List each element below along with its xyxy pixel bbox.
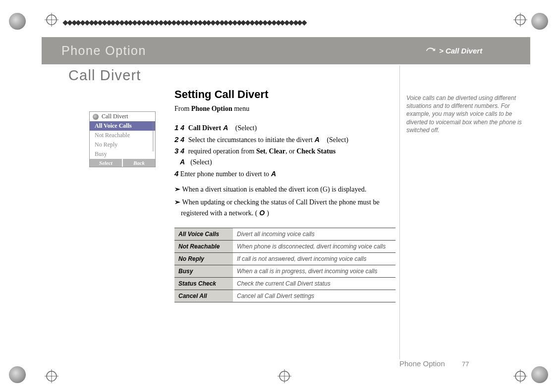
registration-mark: [531, 13, 548, 30]
table-key: Busy: [174, 265, 233, 277]
section-title: Phone Option: [42, 44, 146, 58]
side-note: Voice calls can be diverted using differ…: [406, 94, 524, 134]
crop-mark: [45, 369, 58, 383]
phone-screenshot-item: No Reply: [90, 140, 155, 149]
table-value: Cancel all Call Divert settings: [233, 290, 395, 302]
phone-screenshot-item: Not Reachable: [90, 131, 155, 140]
table-row: No ReplyIf call is not answered, divert …: [174, 252, 395, 265]
table-row: All Voice CallsDivert all incoming voice…: [174, 228, 395, 240]
note-2: ➣ When updating or checking the status o…: [174, 197, 395, 218]
header-band: Phone Option > Call Divert: [0, 37, 559, 64]
phone-screenshot-item-selected: All Voice Calls: [90, 121, 155, 131]
crop-mark: [278, 369, 291, 383]
step-1: 14 Call DivertA (Select): [174, 122, 395, 134]
table-key: Status Check: [174, 277, 233, 290]
crop-mark: [513, 369, 527, 383]
phone-screenshot-scrollbar: [152, 122, 154, 151]
footer: Phone Option 77: [399, 359, 528, 368]
page-title: Call Divert: [68, 67, 141, 84]
table-value: Check the current Call Divert status: [233, 277, 395, 290]
table-row: Not ReachableWhen phone is disconnected,…: [174, 240, 395, 252]
table-key: Cancel All: [174, 290, 233, 302]
from-line: From Phone Option menu: [174, 105, 395, 113]
main-content: Setting Call Divert From Phone Option me…: [174, 88, 395, 302]
section-heading: Setting Call Divert: [174, 88, 395, 101]
note-1: ➣ When a divert situation is enabled the…: [174, 184, 395, 195]
table-value: If call is not answered, divert incoming…: [233, 252, 395, 265]
header-right: > Call Divert: [421, 37, 530, 64]
step-2: 24 Select the circumstances to initiate …: [174, 134, 395, 146]
table-key: Not Reachable: [174, 240, 233, 252]
notes-list: ➣ When a divert situation is enabled the…: [174, 184, 395, 218]
phone-screenshot-title-row: Call Divert: [90, 112, 155, 121]
vertical-divider: [399, 65, 400, 359]
table-key: All Voice Calls: [174, 228, 233, 240]
softkey-right: Back: [123, 159, 155, 167]
registration-mark: [531, 366, 548, 383]
softkey-left: Select: [90, 159, 122, 167]
crop-mark: [513, 13, 527, 27]
page-number: 77: [462, 360, 469, 368]
table-row: Cancel AllCancel all Call Divert setting…: [174, 290, 395, 302]
phone-screenshot-title: Call Divert: [102, 113, 128, 120]
divert-options-table: All Voice CallsDivert all incoming voice…: [174, 228, 395, 302]
table-key: No Reply: [174, 252, 233, 265]
divert-icon: [93, 114, 99, 120]
ornament-diamond-row: [63, 18, 306, 28]
phone-screenshot: Call Divert All Voice Calls Not Reachabl…: [89, 111, 156, 167]
call-divert-icon: [425, 46, 436, 56]
phone-screenshot-softkeys: Select Back: [90, 159, 155, 167]
header-left: Phone Option: [42, 37, 421, 64]
footer-section: Phone Option: [399, 359, 445, 368]
phone-screenshot-item: Busy: [90, 149, 155, 159]
table-row: BusyWhen a call is in progress, divert i…: [174, 265, 395, 277]
steps-list: 14 Call DivertA (Select) 24 Select the c…: [174, 122, 395, 179]
table-value: When phone is disconnected, divert incom…: [233, 240, 395, 252]
table-row: Status CheckCheck the current Call Diver…: [174, 277, 395, 290]
table-value: When a call is in progress, divert incom…: [233, 265, 395, 277]
breadcrumb: > Call Divert: [436, 47, 482, 55]
registration-mark: [9, 366, 26, 383]
diamond-icon: [301, 20, 307, 25]
crop-mark: [45, 13, 58, 27]
step-4: 4 Enter phone number to divert toA: [174, 168, 395, 180]
registration-mark: [9, 13, 26, 30]
step-3: 34 required operation from Set, Clear, o…: [174, 145, 395, 167]
table-value: Divert all incoming voice calls: [233, 228, 395, 240]
